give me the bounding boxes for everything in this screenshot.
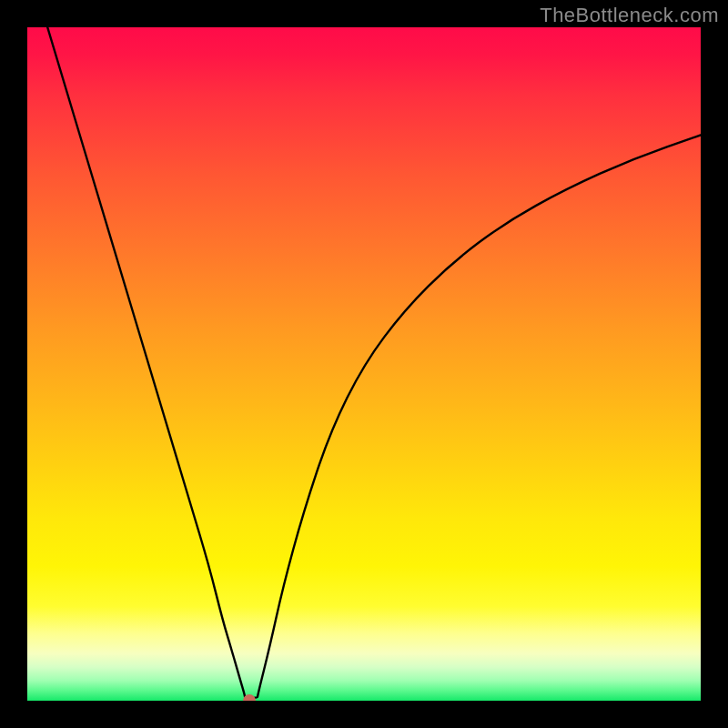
curve-svg [27, 27, 701, 701]
watermark-text: TheBottleneck.com [540, 4, 719, 27]
chart-frame: TheBottleneck.com [0, 0, 728, 728]
bottleneck-curve [47, 27, 701, 698]
valley-marker [243, 694, 256, 701]
plot-area [27, 27, 701, 701]
